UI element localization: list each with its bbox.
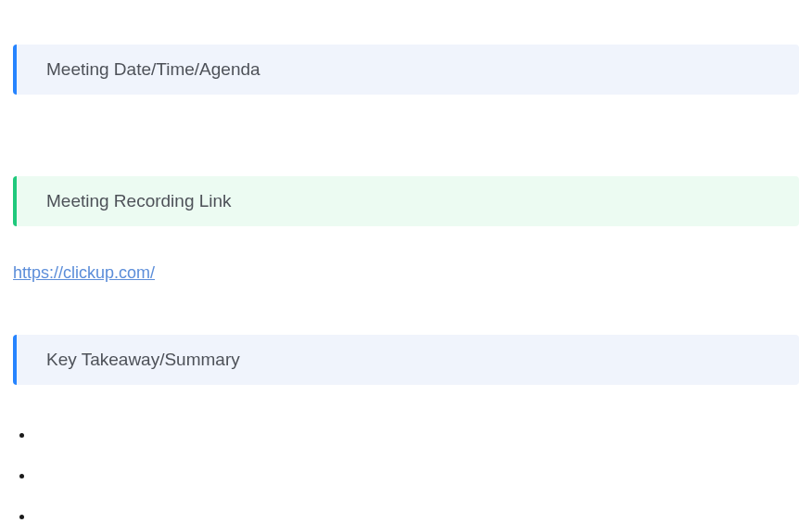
section-header-recording: Meeting Recording Link [13,176,799,226]
list-item[interactable] [35,426,799,442]
spacer [13,95,799,176]
spacer [13,283,799,335]
section-title-takeaway: Key Takeaway/Summary [46,350,240,370]
document-body: Meeting Date/Time/Agenda Meeting Recordi… [0,0,812,523]
spacer [13,226,799,263]
list-item[interactable] [35,466,799,483]
section-header-takeaway: Key Takeaway/Summary [13,335,799,385]
takeaway-bullet-list [13,426,799,523]
section-title-recording: Meeting Recording Link [46,191,232,211]
section-title-meeting-info: Meeting Date/Time/Agenda [46,59,260,80]
section-header-meeting-info: Meeting Date/Time/Agenda [13,45,799,95]
list-item[interactable] [35,507,799,523]
recording-link[interactable]: https://clickup.com/ [13,263,155,283]
